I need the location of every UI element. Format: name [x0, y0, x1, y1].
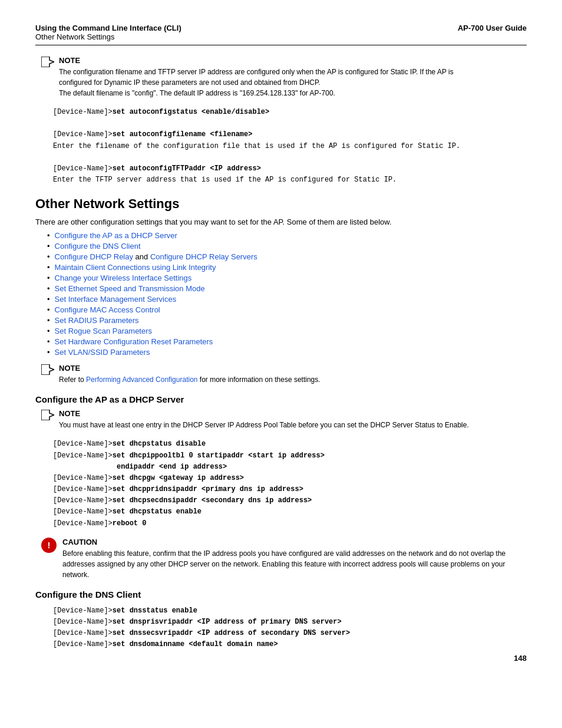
link-integrity[interactable]: Maintain Client Connections using Link I… — [55, 263, 216, 272]
dns-code-4: [Device-Name]>set dnsdomainname <default… — [53, 639, 527, 650]
list-item-radius: Set RADIUS Parameters — [47, 316, 527, 325]
link-vlan-ssid[interactable]: Set VLAN/SSID Parameters — [55, 348, 150, 357]
link-ethernet-speed[interactable]: Set Ethernet Speed and Transmission Mode — [55, 284, 205, 293]
subsection-title-dns: Configure the DNS Client — [35, 589, 527, 599]
list-item-hw-config-reset: Set Hardware Configuration Reset Paramet… — [47, 337, 527, 346]
link-dhcp-relay[interactable]: Configure DHCP Relay — [55, 252, 133, 261]
link-interface-mgmt[interactable]: Set Interface Management Services — [55, 295, 177, 304]
dhcp-code-5: [Device-Name]>set dhcppridnsipaddr <prim… — [53, 484, 527, 495]
header-title: Using the Command Line Interface (CLI) — [35, 24, 181, 32]
svg-marker-2 — [41, 410, 54, 420]
section-title-other-network: Other Network Settings — [35, 196, 527, 212]
list-item-vlan-ssid: Set VLAN/SSID Parameters — [47, 348, 527, 357]
link-mac-access[interactable]: Configure MAC Access Control — [55, 305, 160, 314]
note-box-3: NOTE You must have at least one entry in… — [41, 409, 527, 430]
link-dhcp-server[interactable]: Configure the AP as a DHCP Server — [55, 231, 177, 240]
svg-marker-1 — [41, 364, 54, 375]
note-content-3: NOTE You must have at least one entry in… — [59, 409, 469, 430]
code-line-4: [Device-Name]>set autoconfigTFTPaddr <IP… — [53, 163, 527, 174]
list-item-dhcp-server: Configure the AP as a DHCP Server — [47, 231, 527, 240]
page-number: 148 — [514, 654, 527, 663]
link-wireless[interactable]: Change your Wireless Interface Settings — [55, 274, 192, 282]
dhcp-code-2: [Device-Name]>set dhcpippooltbl 0 starti… — [53, 450, 527, 462]
link-hw-config-reset[interactable]: Set Hardware Configuration Reset Paramet… — [55, 337, 213, 346]
subsection-title-dhcp: Configure the AP as a DHCP Server — [35, 394, 527, 404]
note-text-1: The configuration filename and TFTP serv… — [59, 67, 454, 98]
caution-content: CAUTION Before enabling this feature, co… — [62, 538, 527, 580]
note-label-1: NOTE — [59, 56, 454, 65]
svg-marker-0 — [41, 57, 54, 67]
list-item-interface-mgmt: Set Interface Management Services — [47, 295, 527, 304]
code-block-dns: [Device-Name]>set dnsstatus enable [Devi… — [53, 605, 527, 651]
list-item-integrity: Maintain Client Connections using Link I… — [47, 263, 527, 272]
code-line-2: [Device-Name]>set autoconfigfilename <fi… — [53, 129, 527, 140]
note-label-3: NOTE — [59, 409, 469, 418]
caution-label: CAUTION — [62, 538, 527, 546]
code-line-5: Enter the TFTP server address that is us… — [53, 174, 527, 186]
dhcp-code-1: [Device-Name]>set dhcpstatus disable — [53, 439, 527, 450]
section-intro: There are other configuration settings t… — [35, 218, 527, 226]
header-subtitle: Other Network Settings — [35, 32, 181, 41]
and-text: and — [133, 252, 150, 261]
code-line-3: Enter the filename of the configuration … — [53, 141, 527, 152]
list-item-ethernet-speed: Set Ethernet Speed and Transmission Mode — [47, 284, 527, 293]
note-content-2: NOTE Refer to Performing Advanced Config… — [59, 364, 320, 385]
note-arrow-icon-1 — [41, 57, 54, 67]
other-network-link-list: Configure the AP as a DHCP Server Config… — [47, 231, 527, 357]
link-rogue-scan[interactable]: Set Rogue Scan Parameters — [55, 327, 152, 335]
link-radius[interactable]: Set RADIUS Parameters — [55, 316, 139, 325]
note-box-2: NOTE Refer to Performing Advanced Config… — [41, 364, 527, 385]
header-right-title: AP-700 User Guide — [458, 24, 527, 32]
link-dhcp-relay-servers[interactable]: Configure DHCP Relay Servers — [150, 252, 257, 261]
dhcp-code-6: [Device-Name]>set dhcpsecdnsipaddr <seco… — [53, 495, 527, 506]
list-item-wireless: Change your Wireless Interface Settings — [47, 274, 527, 282]
page: Using the Command Line Interface (CLI) O… — [0, 0, 562, 680]
note-content-1: NOTE The configuration filename and TFTP… — [59, 56, 454, 98]
list-item-rogue-scan: Set Rogue Scan Parameters — [47, 327, 527, 335]
dhcp-code-8: [Device-Name]>reboot 0 — [53, 518, 527, 529]
note-text-2: Refer to Performing Advanced Configurati… — [59, 374, 320, 385]
note-label-2: NOTE — [59, 364, 320, 373]
caution-text: Before enabling this feature, confirm th… — [62, 548, 527, 580]
dhcp-code-3: endipaddr <end ip address> — [53, 462, 527, 473]
dns-code-2: [Device-Name]>set dnsprisvripaddr <IP ad… — [53, 617, 527, 628]
dns-code-1: [Device-Name]>set dnsstatus enable — [53, 605, 527, 617]
header-left: Using the Command Line Interface (CLI) O… — [35, 24, 181, 41]
code-block-1: [Device-Name]>set autoconfigstatus <enab… — [53, 107, 527, 186]
note-arrow-icon-2 — [41, 364, 54, 375]
code-block-dhcp: [Device-Name]>set dhcpstatus disable [De… — [53, 439, 527, 529]
dhcp-code-4: [Device-Name]>set dhcpgw <gateway ip add… — [53, 473, 527, 484]
list-item-mac-access: Configure MAC Access Control — [47, 305, 527, 314]
link-performing-advanced[interactable]: Performing Advanced Configuration — [86, 375, 197, 384]
dhcp-code-7: [Device-Name]>set dhcpstatus enable — [53, 506, 527, 518]
note-text-3: You must have at least one entry in the … — [59, 420, 469, 430]
code-line-1: [Device-Name]>set autoconfigstatus <enab… — [53, 107, 527, 118]
link-dns-client[interactable]: Configure the DNS Client — [55, 242, 141, 251]
caution-box: ! CAUTION Before enabling this feature, … — [41, 538, 527, 580]
dns-code-3: [Device-Name]>set dnssecsvripaddr <IP ad… — [53, 628, 527, 639]
note-box-1: NOTE The configuration filename and TFTP… — [41, 56, 527, 98]
note-arrow-icon-3 — [41, 410, 54, 420]
caution-icon: ! — [41, 538, 57, 553]
list-item-dhcp-relay: Configure DHCP Relay and Configure DHCP … — [47, 252, 527, 261]
list-item-dns-client: Configure the DNS Client — [47, 242, 527, 251]
page-header: Using the Command Line Interface (CLI) O… — [35, 24, 527, 45]
